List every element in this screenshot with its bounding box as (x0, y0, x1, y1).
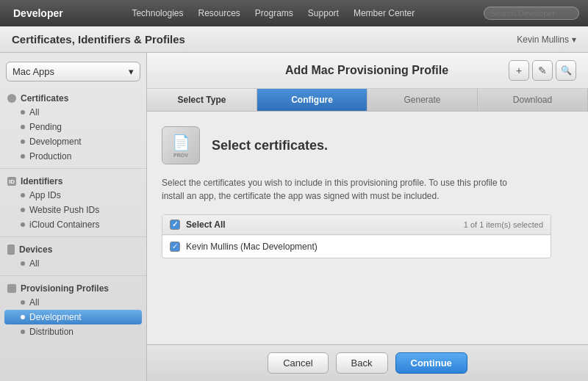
sidebar-item-cert-production[interactable]: Production (0, 149, 146, 164)
sidebar-section-device-label: Devices (19, 244, 52, 255)
content-title: Add Mac Provisioning Profile (225, 64, 509, 77)
sidebar-item-profiles-all[interactable]: All (0, 295, 146, 310)
sidebar-section-profiles: Provisioning Profiles (0, 280, 146, 295)
nav-link-resources[interactable]: Resources (198, 8, 240, 18)
user-chevron-icon: ▾ (572, 35, 576, 45)
sidebar-item-cert-development[interactable]: Development (0, 134, 146, 149)
prov-icon-graphic: 📄 (172, 134, 190, 151)
nav-link-support[interactable]: Support (308, 8, 339, 18)
select-all-checkbox[interactable]: ✓ (170, 219, 180, 230)
nav-links: Technologies Resources Programs Support … (81, 8, 466, 18)
sidebar-section-cert-label: Certificates (21, 93, 68, 104)
sidebar: Mac Apps ▾ Certificates All Pending Deve… (0, 53, 147, 381)
sidebar-item-icloud-containers[interactable]: iCloud Containers (0, 217, 146, 232)
cert-row-0-label: Kevin Mullins (Mac Development) (186, 242, 318, 252)
cert-row-0-checkbox[interactable]: ✓ (170, 242, 180, 252)
edit-button[interactable]: ✎ (532, 60, 553, 81)
sidebar-section-profile-label: Provisioning Profiles (21, 283, 109, 294)
profile-section-icon (7, 284, 16, 293)
add-button[interactable]: + (509, 60, 529, 81)
logo: Developer (9, 7, 63, 19)
content-header: Add Mac Provisioning Profile + ✎ 🔍 (147, 53, 588, 89)
content-body: 📄 PROV Select certificates. Select the c… (147, 112, 588, 344)
sidebar-section-devices: Devices (0, 242, 146, 256)
select-all-row[interactable]: ✓ Select All (170, 219, 226, 230)
top-nav: Developer Technologies Resources Program… (0, 0, 588, 26)
step-configure[interactable]: Configure (257, 89, 368, 111)
step-generate[interactable]: Generate (368, 89, 478, 111)
device-section-icon (7, 244, 15, 255)
sidebar-item-cert-all[interactable]: All (0, 105, 146, 120)
nav-link-programs[interactable]: Programs (255, 8, 293, 18)
user-name: Kevin Mullins (517, 35, 569, 45)
back-button[interactable]: Back (336, 352, 388, 374)
sidebar-item-profiles-development[interactable]: Development (4, 310, 142, 324)
cert-count-label: 1 of 1 item(s) selected (464, 220, 543, 229)
content-area: Add Mac Provisioning Profile + ✎ 🔍 Selec… (147, 53, 588, 381)
header-actions: + ✎ 🔍 (509, 60, 576, 81)
sidebar-item-devices-all[interactable]: All (0, 256, 146, 271)
id-section-icon: ID (7, 177, 16, 186)
step-download[interactable]: Download (478, 89, 588, 111)
cert-table-header: ✓ Select All 1 of 1 item(s) selected (162, 215, 551, 235)
footer-buttons: Cancel Back Continue (147, 344, 588, 381)
sidebar-item-app-ids[interactable]: App IDs (0, 188, 146, 203)
cert-row-0-check-icon: ✓ (172, 243, 178, 250)
search-input[interactable] (484, 7, 579, 20)
continue-button[interactable]: Continue (395, 352, 467, 374)
sidebar-item-cert-pending[interactable]: Pending (0, 120, 146, 134)
select-all-label: Select All (186, 219, 226, 230)
section-main-title: Select certificates. (212, 138, 328, 153)
sidebar-section-id-label: Identifiers (21, 176, 62, 186)
user-menu[interactable]: Kevin Mullins ▾ (517, 35, 576, 45)
sidebar-dropdown-arrow-icon: ▾ (129, 66, 134, 77)
sidebar-item-website-push-ids[interactable]: Website Push IDs (0, 203, 146, 217)
logo-text: Developer (13, 7, 63, 19)
select-all-check-icon: ✓ (172, 221, 178, 228)
prov-icon-label: PROV (173, 153, 188, 158)
sidebar-section-certificates: Certificates (0, 90, 146, 105)
sidebar-dropdown-label: Mac Apps (12, 66, 54, 77)
cancel-button[interactable]: Cancel (268, 352, 328, 374)
nav-link-member-center[interactable]: Member Center (354, 8, 415, 18)
step-select-type[interactable]: Select Type (147, 89, 257, 111)
page-title: Certificates, Identifiers & Profiles (12, 33, 185, 46)
sidebar-dropdown[interactable]: Mac Apps ▾ (6, 62, 140, 81)
cert-table: ✓ Select All 1 of 1 item(s) selected ✓ K… (162, 214, 551, 258)
search-button[interactable]: 🔍 (556, 60, 576, 81)
prov-file-icon: 📄 PROV (162, 126, 200, 164)
nav-link-technologies[interactable]: Technologies (132, 8, 183, 18)
cert-section-icon (7, 94, 16, 103)
section-title-area: 📄 PROV Select certificates. (162, 126, 573, 164)
cert-row-0[interactable]: ✓ Kevin Mullins (Mac Development) (162, 235, 551, 258)
sidebar-section-identifiers: ID Identifiers (0, 173, 146, 188)
sidebar-item-profiles-distribution[interactable]: Distribution (0, 324, 146, 339)
steps-bar: Select Type Configure Generate Download (147, 89, 588, 112)
description-text: Select the certificates you wish to incl… (162, 176, 529, 203)
sub-header: Certificates, Identifiers & Profiles Kev… (0, 26, 588, 53)
main-layout: Mac Apps ▾ Certificates All Pending Deve… (0, 53, 588, 381)
